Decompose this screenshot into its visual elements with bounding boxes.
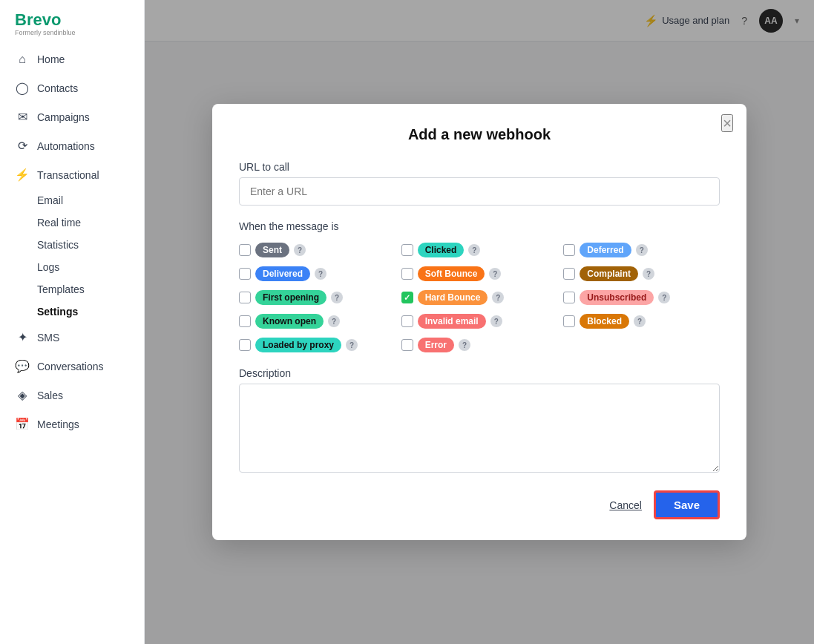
- sms-icon: ✦: [15, 330, 30, 344]
- hard-bounce-help-icon[interactable]: ?: [492, 292, 504, 303]
- modal-footer: Cancel Save: [239, 490, 720, 519]
- clicked-help-icon[interactable]: ?: [468, 244, 480, 256]
- url-label: URL to call: [239, 161, 720, 173]
- sidebar-item-meetings[interactable]: 📅 Meetings: [0, 410, 144, 438]
- checkbox-sent: Sent ?: [239, 243, 395, 257]
- checkbox-complaint: Complaint ?: [563, 266, 720, 281]
- sidebar-item-automations[interactable]: ⟳ Automations: [0, 131, 144, 160]
- checkbox-loaded-by-proxy: Loaded by proxy ?: [239, 338, 395, 352]
- sidebar-sub-templates[interactable]: Templates: [0, 278, 144, 300]
- campaigns-icon: ✉: [15, 110, 30, 124]
- sidebar-item-home[interactable]: ⌂ Home: [0, 45, 144, 73]
- sent-tag: Sent: [255, 243, 289, 257]
- main-content: ⚡ Usage and plan ? AA ▾ × Add a new webh…: [145, 0, 814, 644]
- sidebar-item-sms[interactable]: ✦ SMS: [0, 323, 144, 352]
- brevo-logo-subtitle: Formerly sendinblue: [15, 29, 76, 36]
- clicked-checkbox[interactable]: [401, 244, 413, 256]
- checkbox-known-open: Known open ?: [239, 314, 395, 329]
- transactional-icon: ⚡: [15, 168, 30, 182]
- error-tag: Error: [418, 338, 454, 352]
- unsubscribed-checkbox[interactable]: [563, 292, 575, 303]
- checkbox-error: Error ?: [401, 338, 558, 352]
- checkbox-clicked: Clicked ?: [401, 243, 558, 257]
- hard-bounce-checkbox[interactable]: [401, 292, 413, 303]
- description-label: Description: [239, 367, 720, 379]
- save-button[interactable]: Save: [654, 490, 720, 519]
- modal-title: Add a new webhook: [239, 126, 720, 143]
- sent-help-icon[interactable]: ?: [294, 244, 306, 256]
- blocked-checkbox[interactable]: [563, 315, 575, 327]
- checkbox-blocked: Blocked ?: [563, 314, 720, 329]
- loaded-by-proxy-help-icon[interactable]: ?: [346, 339, 358, 351]
- deferred-checkbox[interactable]: [563, 244, 575, 256]
- meetings-icon: 📅: [15, 417, 30, 431]
- sales-icon: ◈: [15, 388, 30, 402]
- sidebar-sub-realtime[interactable]: Real time: [0, 211, 144, 234]
- when-label: When the message is: [239, 220, 720, 232]
- checkbox-soft-bounce: Soft Bounce ?: [401, 266, 558, 281]
- modal-close-button[interactable]: ×: [721, 114, 733, 132]
- known-open-tag: Known open: [255, 314, 324, 329]
- complaint-help-icon[interactable]: ?: [643, 268, 654, 280]
- contacts-icon: ◯: [15, 81, 30, 95]
- complaint-tag: Complaint: [580, 266, 638, 281]
- sidebar-sub-logs[interactable]: Logs: [0, 256, 144, 278]
- cancel-button[interactable]: Cancel: [609, 499, 642, 511]
- automations-icon: ⟳: [15, 139, 30, 153]
- deferred-tag: Deferred: [580, 243, 631, 257]
- error-checkbox[interactable]: [401, 339, 413, 351]
- delivered-checkbox[interactable]: [239, 268, 251, 280]
- sidebar-item-campaigns[interactable]: ✉ Campaigns: [0, 102, 144, 131]
- sidebar-sub-statistics[interactable]: Statistics: [0, 234, 144, 256]
- deferred-help-icon[interactable]: ?: [636, 244, 648, 256]
- invalid-email-help-icon[interactable]: ?: [490, 315, 502, 327]
- sidebar-item-contacts[interactable]: ◯ Contacts: [0, 73, 144, 102]
- sidebar-sub-settings[interactable]: Settings: [0, 300, 144, 323]
- soft-bounce-help-icon[interactable]: ?: [489, 268, 501, 280]
- sidebar-item-transactional[interactable]: ⚡ Transactional: [0, 160, 144, 189]
- known-open-checkbox[interactable]: [239, 315, 251, 327]
- sidebar-logo: Brevo Formerly sendinblue: [0, 0, 144, 45]
- hard-bounce-tag: Hard Bounce: [418, 290, 488, 305]
- checkbox-delivered: Delivered ?: [239, 266, 395, 281]
- checkbox-invalid-email: Invalid email ?: [401, 314, 558, 329]
- sent-checkbox[interactable]: [239, 244, 251, 256]
- blocked-tag: Blocked: [580, 314, 629, 329]
- home-icon: ⌂: [15, 53, 30, 66]
- blocked-help-icon[interactable]: ?: [634, 315, 646, 327]
- checkbox-first-opening: First opening ?: [239, 290, 395, 305]
- sidebar-item-sales[interactable]: ◈ Sales: [0, 381, 144, 410]
- known-open-help-icon[interactable]: ?: [328, 315, 340, 327]
- sidebar-item-conversations[interactable]: 💬 Conversations: [0, 352, 144, 381]
- sidebar-item-label: SMS: [37, 332, 59, 344]
- url-input[interactable]: [239, 177, 720, 206]
- delivered-help-icon[interactable]: ?: [315, 268, 326, 280]
- sidebar-nav: ⌂ Home ◯ Contacts ✉ Campaigns ⟳ Automati…: [0, 45, 144, 644]
- sidebar-item-label: Contacts: [37, 82, 78, 94]
- sidebar-item-label: Transactional: [37, 169, 99, 181]
- unsubscribed-tag: Unsubscribed: [580, 290, 654, 305]
- first-opening-help-icon[interactable]: ?: [331, 292, 343, 303]
- complaint-checkbox[interactable]: [563, 268, 575, 280]
- checkbox-deferred: Deferred ?: [563, 243, 720, 257]
- sidebar-sub-email[interactable]: Email: [0, 189, 144, 211]
- description-textarea[interactable]: [239, 384, 720, 473]
- loaded-by-proxy-tag: Loaded by proxy: [255, 338, 341, 352]
- brevo-logo-text: Brevo: [15, 12, 76, 28]
- sidebar: Brevo Formerly sendinblue ⌂ Home ◯ Conta…: [0, 0, 145, 644]
- error-help-icon[interactable]: ?: [459, 339, 470, 351]
- clicked-tag: Clicked: [418, 243, 465, 257]
- sidebar-item-label: Meetings: [37, 418, 79, 430]
- first-opening-checkbox[interactable]: [239, 292, 251, 303]
- modal-overlay: × Add a new webhook URL to call When the…: [145, 0, 814, 644]
- loaded-by-proxy-checkbox[interactable]: [239, 339, 251, 351]
- soft-bounce-checkbox[interactable]: [401, 268, 413, 280]
- checkbox-hard-bounce: Hard Bounce ?: [401, 290, 558, 305]
- invalid-email-checkbox[interactable]: [401, 315, 413, 327]
- delivered-tag: Delivered: [255, 266, 310, 281]
- sidebar-item-label: Home: [37, 53, 65, 65]
- sidebar-item-label: Sales: [37, 390, 63, 401]
- invalid-email-tag: Invalid email: [418, 314, 486, 329]
- unsubscribed-help-icon[interactable]: ?: [658, 292, 670, 303]
- first-opening-tag: First opening: [255, 290, 326, 305]
